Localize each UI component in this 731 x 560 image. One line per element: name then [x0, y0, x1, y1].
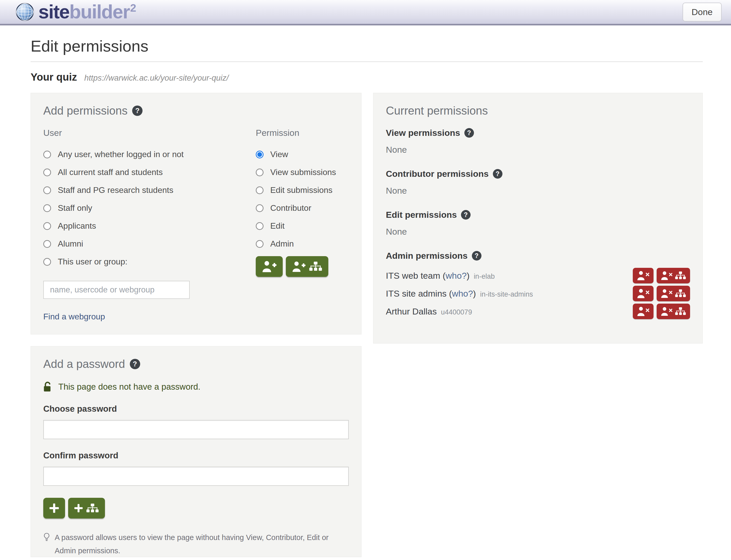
permission-option-label: View [270, 149, 288, 159]
person-plus-icon [262, 261, 277, 272]
lightbulb-icon [43, 533, 50, 542]
user-option-staff-pg[interactable]: Staff and PG research students [43, 185, 256, 196]
user-option-applicants-radio[interactable] [43, 222, 51, 230]
user-or-group-input[interactable] [43, 281, 190, 299]
holder-name-paren: ) [467, 271, 469, 281]
logo-builder: builder [69, 1, 130, 23]
permission-option-view[interactable]: View [256, 149, 349, 160]
holder-name-text: ITS site admins ( [386, 289, 452, 298]
permission-option-contributor-radio[interactable] [256, 204, 264, 212]
holder-name-text: Arthur Dallas [386, 306, 437, 316]
password-hint-text: A password allows users to view the page… [55, 531, 339, 557]
user-option-staff-only[interactable]: Staff only [43, 202, 256, 214]
contributor-permissions-section: Contributor permissions None [386, 169, 690, 196]
add-permissions-panel: Add permissions User Any user, whether l… [31, 93, 362, 334]
row-buttons [633, 286, 690, 301]
plus-icon [50, 503, 59, 513]
sitemap-icon [675, 289, 686, 298]
choose-password-input[interactable] [43, 420, 349, 439]
password-buttons [43, 498, 349, 519]
user-column: User Any user, whether logged in or not … [43, 128, 256, 321]
remove-permission-button[interactable] [633, 304, 653, 319]
permission-option-edit-radio[interactable] [256, 222, 264, 230]
permission-option-edit[interactable]: Edit [256, 220, 349, 232]
help-icon[interactable] [472, 251, 481, 261]
user-option-this-user-radio[interactable] [43, 258, 51, 266]
unlock-icon [43, 381, 53, 393]
user-option-staff-only-radio[interactable] [43, 204, 51, 212]
admin-permissions-section: Admin permissions ITS web team (who?)in-… [386, 251, 690, 319]
remove-permission-button[interactable] [633, 286, 653, 301]
remove-permission-subpages-button[interactable] [657, 304, 690, 319]
sitemap-icon [86, 503, 99, 513]
permission-option-edit-submissions[interactable]: Edit submissions [256, 185, 349, 196]
contributor-permissions-value: None [386, 186, 690, 196]
user-option-label: This user or group: [58, 257, 128, 267]
permission-option-label: Admin [270, 239, 294, 249]
who-link[interactable]: who? [446, 271, 467, 281]
add-user-button[interactable] [256, 256, 283, 277]
view-permissions-value: None [386, 145, 690, 155]
find-webgroup-link[interactable]: Find a webgroup [43, 312, 105, 321]
help-icon[interactable] [464, 128, 474, 138]
person-x-icon [637, 289, 649, 298]
person-x-icon [661, 271, 672, 280]
holder-code: in-its-site-admins [480, 290, 533, 298]
quiz-name: Your quiz [31, 71, 77, 83]
help-icon[interactable] [461, 210, 470, 220]
holder-name-paren: ) [473, 289, 476, 298]
permission-option-admin-radio[interactable] [256, 240, 264, 248]
person-plus-icon [292, 261, 306, 272]
permission-option-view-radio[interactable] [256, 151, 264, 158]
remove-permission-subpages-button[interactable] [657, 268, 690, 283]
help-icon[interactable] [132, 106, 143, 116]
permission-option-view-submissions-radio[interactable] [256, 169, 264, 176]
permission-option-label: View submissions [270, 167, 336, 177]
person-x-icon [637, 307, 649, 316]
row-buttons [633, 304, 690, 319]
permission-option-admin[interactable]: Admin [256, 238, 349, 249]
permission-option-contributor[interactable]: Contributor [256, 202, 349, 214]
page: sitebuilder2 Done Edit permissions Your … [0, 0, 731, 560]
help-icon[interactable] [130, 359, 140, 369]
add-password-subpages-button[interactable] [68, 498, 105, 519]
user-option-alumni-radio[interactable] [43, 240, 51, 248]
logo-wordmark: sitebuilder2 [38, 2, 135, 22]
user-option-staff-students-radio[interactable] [43, 169, 51, 176]
done-button[interactable]: Done [683, 3, 722, 22]
permission-option-edit-submissions-radio[interactable] [256, 186, 264, 194]
permission-holder-name: ITS site admins (who?)in-its-site-admins [386, 289, 533, 299]
sitemap-icon [675, 307, 686, 316]
holder-name-text: ITS web team ( [386, 271, 446, 281]
confirm-password-input[interactable] [43, 467, 349, 486]
password-status: This page does not have a password. [43, 381, 349, 393]
plus-icon [74, 504, 83, 512]
password-hint: A password allows users to view the page… [43, 531, 339, 557]
admin-permissions-label: Admin permissions [386, 251, 468, 261]
edit-permissions-label: Edit permissions [386, 210, 457, 220]
remove-permission-subpages-button[interactable] [657, 286, 690, 301]
permission-option-view-submissions[interactable]: View submissions [256, 167, 349, 178]
permission-column: Permission View View submissions Edit su… [256, 128, 349, 321]
who-link[interactable]: who? [452, 289, 473, 298]
user-option-this-user[interactable]: This user or group: [43, 256, 256, 267]
remove-permission-button[interactable] [633, 268, 653, 283]
help-icon[interactable] [493, 169, 502, 179]
user-option-applicants[interactable]: Applicants [43, 220, 256, 232]
add-password-title: Add a password [43, 358, 125, 370]
user-option-any-user[interactable]: Any user, whether logged in or not [43, 149, 256, 160]
user-option-label: Applicants [58, 221, 96, 231]
user-option-label: All current staff and students [58, 167, 163, 177]
user-option-staff-students[interactable]: All current staff and students [43, 167, 256, 178]
permission-option-label: Edit [270, 221, 285, 231]
user-option-alumni[interactable]: Alumni [43, 238, 256, 249]
password-status-text: This page does not have a password. [58, 382, 201, 392]
add-password-button[interactable] [43, 498, 65, 519]
user-option-any-user-radio[interactable] [43, 151, 51, 158]
permission-holder-name: Arthur Dallasu4400079 [386, 306, 472, 317]
user-option-staff-pg-radio[interactable] [43, 186, 51, 194]
current-permissions-title: Current permissions [386, 105, 488, 116]
add-user-subpages-button[interactable] [286, 256, 328, 277]
person-x-icon [661, 307, 672, 316]
admin-permission-row: ITS site admins (who?)in-its-site-admins [386, 285, 690, 302]
